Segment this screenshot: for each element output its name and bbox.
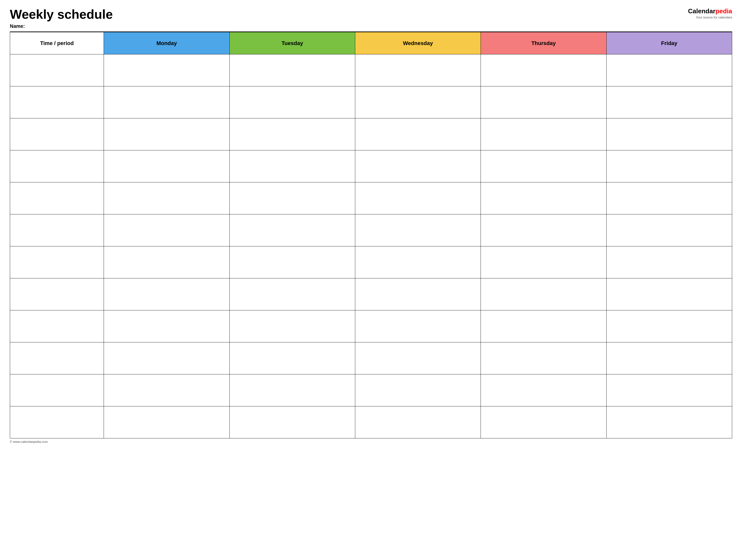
day-cell[interactable] bbox=[355, 342, 481, 375]
day-cell[interactable] bbox=[229, 182, 355, 214]
day-cell[interactable] bbox=[104, 151, 229, 182]
table-row bbox=[10, 214, 732, 246]
day-cell[interactable] bbox=[355, 87, 481, 118]
day-cell[interactable] bbox=[104, 246, 229, 278]
schedule-body bbox=[10, 54, 732, 438]
day-cell[interactable] bbox=[229, 342, 355, 375]
time-cell[interactable] bbox=[10, 375, 104, 406]
day-cell[interactable] bbox=[606, 214, 732, 246]
day-cell[interactable] bbox=[229, 406, 355, 438]
day-cell[interactable] bbox=[481, 375, 606, 406]
day-cell[interactable] bbox=[355, 54, 481, 87]
time-cell[interactable] bbox=[10, 214, 104, 246]
day-cell[interactable] bbox=[104, 182, 229, 214]
day-cell[interactable] bbox=[606, 182, 732, 214]
day-cell[interactable] bbox=[606, 118, 732, 151]
day-cell[interactable] bbox=[355, 214, 481, 246]
time-cell[interactable] bbox=[10, 87, 104, 118]
day-cell[interactable] bbox=[606, 54, 732, 87]
day-cell[interactable] bbox=[229, 375, 355, 406]
day-cell[interactable] bbox=[606, 342, 732, 375]
title-area: Weekly schedule Name: bbox=[10, 7, 683, 29]
col-header-wednesday: Wednesday bbox=[355, 32, 481, 54]
logo-tagline: Your source for calendars bbox=[696, 15, 732, 19]
table-row bbox=[10, 406, 732, 438]
day-cell[interactable] bbox=[606, 246, 732, 278]
table-row bbox=[10, 342, 732, 375]
day-cell[interactable] bbox=[606, 311, 732, 342]
day-cell[interactable] bbox=[606, 375, 732, 406]
table-row bbox=[10, 182, 732, 214]
day-cell[interactable] bbox=[104, 214, 229, 246]
day-cell[interactable] bbox=[104, 406, 229, 438]
time-cell[interactable] bbox=[10, 406, 104, 438]
day-cell[interactable] bbox=[481, 87, 606, 118]
day-cell[interactable] bbox=[104, 375, 229, 406]
day-cell[interactable] bbox=[229, 311, 355, 342]
table-row bbox=[10, 375, 732, 406]
day-cell[interactable] bbox=[355, 406, 481, 438]
day-cell[interactable] bbox=[104, 278, 229, 311]
day-cell[interactable] bbox=[104, 342, 229, 375]
day-cell[interactable] bbox=[104, 87, 229, 118]
day-cell[interactable] bbox=[104, 118, 229, 151]
day-cell[interactable] bbox=[229, 118, 355, 151]
day-cell[interactable] bbox=[481, 54, 606, 87]
day-cell[interactable] bbox=[229, 278, 355, 311]
time-cell[interactable] bbox=[10, 54, 104, 87]
day-cell[interactable] bbox=[481, 342, 606, 375]
day-cell[interactable] bbox=[355, 182, 481, 214]
table-row bbox=[10, 54, 732, 87]
day-cell[interactable] bbox=[481, 151, 606, 182]
header-row: Time / period Monday Tuesday Wednesday T… bbox=[10, 32, 732, 54]
table-row bbox=[10, 151, 732, 182]
day-cell[interactable] bbox=[355, 246, 481, 278]
col-header-friday: Friday bbox=[606, 32, 732, 54]
day-cell[interactable] bbox=[355, 151, 481, 182]
time-cell[interactable] bbox=[10, 278, 104, 311]
day-cell[interactable] bbox=[606, 406, 732, 438]
day-cell[interactable] bbox=[104, 54, 229, 87]
day-cell[interactable] bbox=[481, 182, 606, 214]
footer-url: © www.calendarpedia.com bbox=[10, 440, 48, 444]
day-cell[interactable] bbox=[606, 278, 732, 311]
table-row bbox=[10, 311, 732, 342]
time-cell[interactable] bbox=[10, 342, 104, 375]
time-cell[interactable] bbox=[10, 151, 104, 182]
time-cell[interactable] bbox=[10, 118, 104, 151]
day-cell[interactable] bbox=[229, 214, 355, 246]
day-cell[interactable] bbox=[104, 311, 229, 342]
day-cell[interactable] bbox=[229, 87, 355, 118]
page-title: Weekly schedule bbox=[10, 7, 683, 21]
day-cell[interactable] bbox=[606, 151, 732, 182]
day-cell[interactable] bbox=[355, 278, 481, 311]
table-row bbox=[10, 118, 732, 151]
day-cell[interactable] bbox=[481, 214, 606, 246]
col-header-tuesday: Tuesday bbox=[229, 32, 355, 54]
time-cell[interactable] bbox=[10, 246, 104, 278]
day-cell[interactable] bbox=[355, 118, 481, 151]
header-section: Weekly schedule Name: Calendarpedia Your… bbox=[10, 7, 732, 29]
logo-pedia: pedia bbox=[716, 7, 732, 15]
day-cell[interactable] bbox=[606, 87, 732, 118]
logo-text: Calendarpedia bbox=[688, 7, 732, 15]
name-label: Name: bbox=[10, 23, 683, 29]
day-cell[interactable] bbox=[229, 151, 355, 182]
day-cell[interactable] bbox=[481, 278, 606, 311]
time-cell[interactable] bbox=[10, 182, 104, 214]
schedule-table: Time / period Monday Tuesday Wednesday T… bbox=[10, 32, 732, 438]
day-cell[interactable] bbox=[481, 311, 606, 342]
table-row bbox=[10, 246, 732, 278]
col-header-thursday: Thursday bbox=[481, 32, 606, 54]
col-header-monday: Monday bbox=[104, 32, 229, 54]
day-cell[interactable] bbox=[481, 406, 606, 438]
day-cell[interactable] bbox=[481, 246, 606, 278]
day-cell[interactable] bbox=[355, 311, 481, 342]
day-cell[interactable] bbox=[229, 246, 355, 278]
day-cell[interactable] bbox=[355, 375, 481, 406]
logo-area: Calendarpedia Your source for calendars bbox=[688, 7, 732, 19]
table-row bbox=[10, 87, 732, 118]
day-cell[interactable] bbox=[229, 54, 355, 87]
day-cell[interactable] bbox=[481, 118, 606, 151]
time-cell[interactable] bbox=[10, 311, 104, 342]
